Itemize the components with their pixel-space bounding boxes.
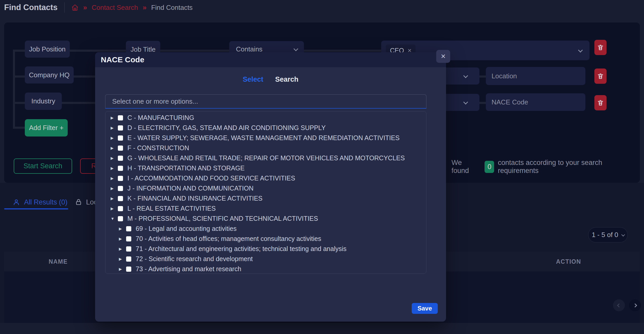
tree-item[interactable]: ▶ L - REAL ESTATE ACTIVITIES — [105, 203, 426, 214]
tab-locked-results[interactable]: Loc — [75, 196, 96, 208]
tree-item[interactable]: ▶ F - CONSTRUCTION — [105, 143, 426, 153]
checkbox[interactable] — [126, 256, 131, 262]
tree-item[interactable]: ▶ E - WATER SUPPLY; SEWERAGE, WASTE MANA… — [105, 133, 426, 143]
chevron-down-icon — [294, 47, 298, 51]
checkbox[interactable] — [118, 196, 123, 201]
tree-item[interactable]: ▶ K - FINANCIAL AND INSURANCE ACTIVITIES — [105, 193, 426, 203]
person-icon — [12, 198, 20, 206]
caret-right-icon[interactable]: ▶ — [111, 146, 118, 150]
checkbox[interactable] — [118, 115, 123, 120]
tree-item-label: K - FINANCIAL AND INSURANCE ACTIVITIES — [127, 195, 263, 202]
checkbox[interactable] — [126, 226, 131, 231]
tree-item-label: D - ELECTRICITY, GAS, STEAM AND AIR COND… — [127, 124, 326, 132]
location-input[interactable] — [486, 67, 585, 85]
filter-chip-label: Company HQ — [29, 71, 70, 79]
delete-filter-button[interactable] — [594, 69, 607, 84]
pagination-prev-button[interactable] — [613, 299, 625, 311]
filter-chip-company-hq[interactable]: Company HQ — [25, 66, 74, 84]
checkbox[interactable] — [118, 125, 123, 131]
checkbox[interactable] — [126, 236, 131, 241]
tree-item-label: M - PROFESSIONAL, SCIENTIFIC AND TECHNIC… — [127, 215, 318, 222]
modal-header: NACE Code — [95, 52, 446, 67]
filter-chip-label: Job Position — [29, 45, 66, 53]
caret-right-icon[interactable]: ▶ — [111, 136, 118, 140]
tree-item[interactable]: ▶ D - ELECTRICITY, GAS, STEAM AND AIR CO… — [105, 123, 426, 133]
tree-item[interactable]: ▶ I - ACCOMMODATION AND FOOD SERVICE ACT… — [105, 173, 426, 183]
results-summary-suffix: contacts according to your search requir… — [498, 159, 644, 175]
tree-item[interactable]: ▶ J - INFORMATION AND COMMUNICATION — [105, 183, 426, 193]
caret-right-icon[interactable]: ▶ — [111, 126, 118, 130]
tree-item[interactable]: ▶ H - TRANSPORTATION AND STORAGE — [105, 163, 426, 173]
chevron-right-icon — [633, 303, 637, 307]
tree-item[interactable]: ▶ 73 - Advertising and market research — [105, 264, 426, 274]
tree-item-label: H - TRANSPORTATION AND STORAGE — [127, 164, 244, 172]
column-header-action: ACTION — [545, 252, 592, 271]
checkbox[interactable] — [126, 267, 131, 272]
topbar: Find Contacts » Contact Search » Find Co… — [4, 0, 193, 15]
breadcrumb-separator: » — [83, 4, 87, 12]
tree-item[interactable]: ▶ G - WHOLESALE AND RETAIL TRADE; REPAIR… — [105, 153, 426, 163]
modal-close-button[interactable]: × — [436, 50, 450, 63]
tree-item-label: 73 - Advertising and market research — [136, 265, 241, 273]
pagination-range-dropdown[interactable]: 1 - 5 of 0 — [588, 227, 628, 242]
checkbox[interactable] — [118, 166, 123, 171]
tab-all-results-label: All Results (0) — [24, 198, 67, 206]
caret-right-icon[interactable]: ▶ — [119, 247, 126, 251]
checkbox[interactable] — [118, 206, 123, 211]
caret-right-icon[interactable]: ▶ — [111, 176, 118, 181]
checkbox[interactable] — [118, 135, 123, 141]
modal-title: NACE Code — [101, 52, 446, 67]
save-button[interactable]: Save — [412, 303, 438, 314]
tree-item-label: L - REAL ESTATE ACTIVITIES — [127, 205, 216, 212]
nace-tree-list: ▶ C - MANUFACTURING ▶ D - ELECTRICITY, G… — [105, 111, 426, 274]
tree-item-label: 71 - Architectural and engineering activ… — [136, 245, 347, 253]
caret-right-icon[interactable]: ▶ — [111, 156, 118, 161]
caret-right-icon[interactable]: ▶ — [119, 257, 126, 261]
filter-chip-job-position[interactable]: Job Position — [25, 41, 70, 58]
tree-item[interactable]: ▶ 72 - Scientific research and developme… — [105, 254, 426, 264]
caret-right-icon[interactable]: ▶ — [119, 237, 126, 241]
lock-icon — [75, 199, 82, 206]
checkbox[interactable] — [118, 186, 123, 191]
tree-item[interactable]: ▶ 69 - Legal and accounting activities — [105, 224, 426, 234]
caret-right-icon[interactable]: ▶ — [111, 206, 118, 211]
pagination-next-button[interactable] — [629, 299, 641, 311]
modal-tab-search[interactable]: Search — [275, 75, 298, 84]
filter-chip-industry[interactable]: Industry — [25, 93, 62, 110]
active-tab-underline — [4, 208, 68, 209]
checkbox[interactable] — [126, 246, 131, 252]
tree-item-label: G - WHOLESALE AND RETAIL TRADE; REPAIR O… — [127, 154, 405, 162]
tree-item[interactable]: ▶ C - MANUFACTURING — [105, 113, 426, 123]
caret-down-icon[interactable]: ▼ — [111, 216, 118, 221]
add-filter-button[interactable]: Add Filter + — [25, 119, 68, 136]
caret-right-icon[interactable]: ▶ — [111, 196, 118, 201]
delete-filter-button[interactable] — [594, 95, 607, 110]
home-icon[interactable] — [71, 4, 79, 11]
modal-tab-select[interactable]: Select — [243, 75, 263, 84]
topbar-divider — [64, 2, 65, 13]
breadcrumb-link-contact-search[interactable]: Contact Search — [92, 4, 138, 12]
nace-code-modal: NACE Code × Select Search ▶ C - MANUFACT… — [95, 52, 446, 322]
tree-item-label: 70 - Activities of head offices; managem… — [136, 235, 321, 242]
checkbox[interactable] — [118, 176, 123, 181]
checkbox[interactable] — [118, 146, 123, 151]
trash-icon — [597, 99, 604, 106]
start-search-button[interactable]: Start Search — [14, 158, 72, 174]
caret-right-icon[interactable]: ▶ — [111, 166, 118, 171]
checkbox[interactable] — [118, 156, 123, 161]
connector-line — [13, 50, 15, 129]
delete-filter-button[interactable] — [594, 40, 607, 55]
tree-item-label: C - MANUFACTURING — [127, 114, 194, 122]
caret-right-icon[interactable]: ▶ — [119, 267, 126, 271]
nace-select-input[interactable] — [105, 94, 426, 109]
filter-chip-label: Industry — [31, 97, 55, 105]
caret-right-icon[interactable]: ▶ — [111, 186, 118, 191]
tab-all-results[interactable]: All Results (0) — [12, 196, 67, 208]
caret-right-icon[interactable]: ▶ — [119, 226, 126, 231]
caret-right-icon[interactable]: ▶ — [111, 116, 118, 120]
nace-code-input[interactable] — [486, 93, 585, 111]
tree-item[interactable]: ▶ 70 - Activities of head offices; manag… — [105, 234, 426, 244]
tree-item[interactable]: ▶ 71 - Architectural and engineering act… — [105, 244, 426, 254]
checkbox[interactable] — [118, 216, 123, 221]
tree-item-expanded[interactable]: ▼ M - PROFESSIONAL, SCIENTIFIC AND TECHN… — [105, 214, 426, 224]
